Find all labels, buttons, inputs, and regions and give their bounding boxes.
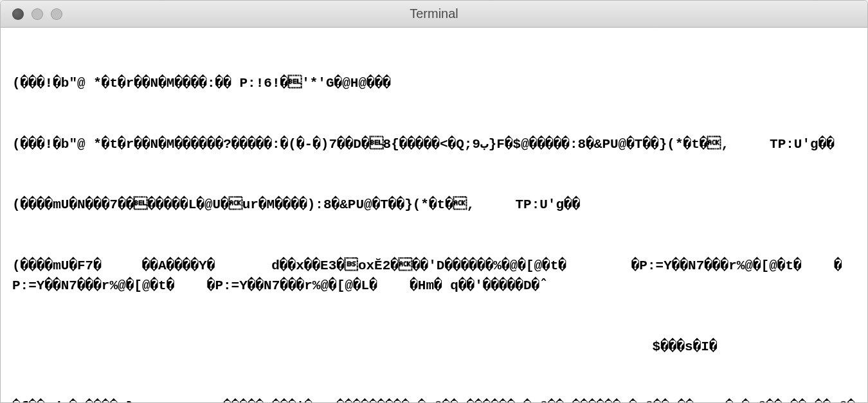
terminal-line: �f��nd~�2����H}Ņ 8�����:���'� ���������7… <box>12 397 856 402</box>
terminal-line: (����mU�F7� ��A����Y� d��x��E3�oxĔ2���… <box>12 256 856 296</box>
zoom-button[interactable] <box>51 8 62 20</box>
window-title: Terminal <box>410 6 458 21</box>
terminal-window: Terminal (���!�b"@ *�t�r��N�M����:�� P:!… <box>0 0 868 403</box>
terminal-line: (���!�b"@ *�t�r��N�M����:�� P:!6!�'*'G�… <box>12 73 856 94</box>
terminal-line: (���!�b"@ *�t�r��N�M������?�����:�(�-�)7… <box>12 134 856 155</box>
minimize-button[interactable] <box>32 8 43 20</box>
terminal-line: (����mU�N���7�������L�@U�ur�M����):8�&… <box>12 195 856 215</box>
terminal-content[interactable]: (���!�b"@ *�t�r��N�M����:�� P:!6!�'*'G�… <box>1 28 867 402</box>
close-button[interactable] <box>12 8 24 20</box>
titlebar[interactable]: Terminal <box>1 1 867 28</box>
traffic-lights <box>1 8 62 20</box>
terminal-line: $���s�I� <box>12 337 856 357</box>
